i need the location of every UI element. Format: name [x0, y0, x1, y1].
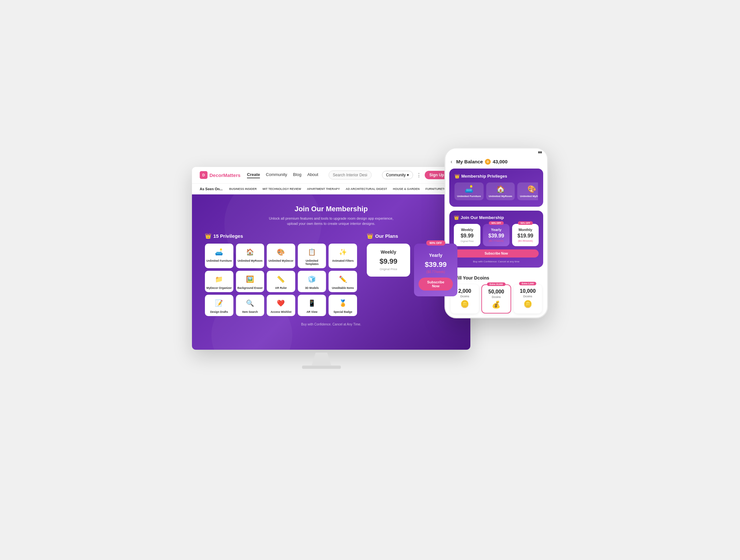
phone-subscribe-button[interactable]: Subscribe Now	[454, 249, 539, 257]
privilege-item: 📁 MyDecor Organizer	[205, 271, 234, 292]
refill-section: Refill Your Dcoins 2,000 Dcoins 🪙 Extra …	[445, 271, 547, 317]
weekly-plan-card: Weekly $9.99 Original Price	[367, 244, 410, 276]
refill-icon-2: 🪙	[516, 300, 539, 308]
search-container	[329, 171, 372, 180]
phone-weekly-sub: Orginal Price	[456, 240, 478, 242]
nav-link-blog[interactable]: Blog	[293, 172, 301, 178]
privilege-icon-5: 📁	[213, 273, 225, 285]
refill-card-50000: Extra 10,000 50,000 Dcoins 💰	[481, 285, 511, 314]
crown-icon: 👑	[205, 233, 211, 239]
privilege-label-14: Special Badge	[334, 310, 352, 314]
privilege-label-1: Unlimited MyRoom	[238, 259, 263, 262]
phone-weekly-price: $9.99	[456, 233, 478, 239]
phone-priv-item-0: 🛋️ Unlimited Furniture	[455, 183, 484, 201]
brand-logos: BUSINESS INSIDER MIT Technology Review a…	[229, 187, 463, 191]
yearly-badge: 90% OFF	[426, 240, 445, 245]
privilege-grid: 🛋️ Unlimited Furniture 🏠 Unlimited MyRoo…	[205, 244, 357, 316]
plans-column: 👑 Our Plans Weekly $9.99 Original Price …	[367, 233, 457, 316]
plans-crown-icon: 👑	[367, 233, 373, 239]
chevron-down-icon: ▾	[407, 173, 409, 177]
privilege-item: 🧊 3D Models	[298, 271, 326, 292]
privilege-icon-3: 📋	[306, 246, 318, 258]
phone-monthly-badge: 50% OFF	[518, 221, 533, 225]
privilege-icon-0: 🛋️	[213, 246, 225, 258]
privileges-title: 👑 15 Privileges	[205, 233, 357, 239]
privilege-label-13: AR View	[306, 310, 317, 314]
brand-house-garden: HOUSE & GARDEN	[393, 187, 420, 191]
nav-link-about[interactable]: About	[307, 172, 318, 178]
phone-join-section: 👑 Join Our Membership Weekly $9.99 Orgin…	[449, 211, 543, 267]
phone-yearly-price: $39.99	[485, 233, 507, 239]
dcoin-icon: D	[485, 159, 491, 165]
privilege-label-4: Animated Filters	[332, 259, 354, 262]
privileges-title-text: 15 Privileges	[213, 233, 243, 239]
search-input[interactable]	[329, 171, 372, 180]
phone-join-crown-icon: 👑	[454, 215, 459, 220]
privilege-icon-7: 📏	[275, 273, 287, 285]
phone-priv-label-0: Unlimited Furniture	[457, 195, 481, 198]
weekly-plan-price: $9.99	[371, 257, 405, 265]
privilege-item: 📏 AR Ruler	[267, 271, 295, 292]
refill-badge-2: Extra 1,000	[519, 282, 536, 285]
plans-title: 👑 Our Plans	[367, 233, 457, 239]
phone-weekly-name: Weekly	[456, 228, 478, 232]
privilege-icon-14: 🏅	[337, 297, 349, 309]
privilege-icon-9: ✏️	[337, 273, 349, 285]
privilege-item: 🖼️ Background Eraser	[236, 271, 265, 292]
scene: D DecorMatters Create Community Blog Abo…	[192, 147, 548, 413]
privilege-icon-12: ❤️	[275, 297, 287, 309]
phone-plans-list: Weekly $9.99 Orginal Price 90% OFF Yearl…	[454, 224, 539, 246]
privilege-label-11: Item Search	[242, 310, 258, 314]
refill-label-2: Dcoins	[516, 295, 539, 298]
weekly-plan-sub: Original Price	[371, 267, 405, 271]
logo[interactable]: D DecorMatters	[200, 171, 241, 179]
phone-join-title: 👑 Join Our Membership	[454, 215, 539, 220]
yearly-plan-week: ($0.77/week)	[419, 270, 453, 274]
balance-title-text: My Balance	[456, 159, 483, 164]
refill-cards-list: 2,000 Dcoins 🪙 Extra 10,000 50,000 Dcoin…	[451, 285, 542, 314]
more-icon[interactable]: ⋮	[416, 172, 422, 178]
phone-yearly-plan: 90% OFF Yearly $39.99 ($0.77/week)	[483, 224, 510, 246]
brand-business-insider: BUSINESS INSIDER	[229, 187, 257, 191]
privilege-label-12: Access Wishlist	[271, 310, 292, 314]
refill-card-10000: Extra 1,000 10,000 Dcoins 🪙	[514, 285, 542, 314]
privilege-label-5: MyDecor Organizer	[206, 286, 232, 290]
privilege-label-2: Unlimited MyDecor	[268, 259, 293, 262]
community-btn-label: Community	[386, 173, 406, 177]
back-button[interactable]: ‹	[451, 159, 452, 165]
community-dropdown-btn[interactable]: Community ▾	[382, 171, 413, 179]
nav-link-community[interactable]: Community	[266, 172, 287, 178]
subscribe-button[interactable]: Subscribe Now	[419, 277, 453, 291]
phone-priv-label-1: Unlimited MyRoom	[489, 195, 512, 198]
phone-priv-icon-0: 🛋️	[457, 185, 481, 194]
phone-priv-icon-2: 🎨	[520, 185, 538, 194]
phone-scroll-area[interactable]: 👑 Membership Privileges 🛋️ Unlimited Fur…	[445, 169, 547, 318]
phone-weekly-plan: Weekly $9.99 Orginal Price	[454, 224, 480, 246]
phone-header: ‹ My Balance D 43,000	[445, 156, 547, 169]
privilege-icon-1: 🏠	[244, 246, 256, 258]
phone-yearly-week: ($0.77/week)	[485, 239, 507, 242]
privilege-icon-6: 🖼️	[244, 273, 256, 285]
refill-icon-1: 💰	[485, 301, 507, 309]
brand-mit: MIT Technology Review	[263, 187, 301, 191]
phone-join-title-text: Join Our Membership	[461, 215, 504, 220]
privilege-item: 🛋️ Unlimited Furniture	[205, 244, 234, 268]
privilege-icon-2: 🎨	[275, 246, 287, 258]
battery-icon: ▮▮▮	[538, 151, 542, 154]
nav-link-create[interactable]: Create	[247, 172, 260, 178]
refill-badge-1: Extra 10,000	[487, 283, 505, 286]
confidence-text: Buy with Confidence. Cancel at Any Time.	[205, 323, 457, 326]
refill-amount-2: 10,000	[516, 288, 539, 294]
balance-amount: 43,000	[493, 159, 507, 164]
phone-monthly-name: Monthly	[515, 228, 536, 232]
monitor-stand	[302, 353, 341, 369]
balance-title: My Balance D 43,000	[456, 159, 542, 165]
privilege-item: ✏️ Uneditable Items	[329, 271, 357, 292]
two-column-layout: 👑 15 Privileges 🛋️ Unlimited Furniture 🏠…	[205, 233, 457, 316]
phone-membership-section: 👑 Membership Privileges 🛋️ Unlimited Fur…	[449, 169, 543, 207]
privileges-column: 👑 15 Privileges 🛋️ Unlimited Furniture 🏠…	[205, 233, 357, 316]
phone-membership-title: 👑 Membership Privileges	[455, 174, 538, 179]
phone-mockup: ▮▮▮ ‹ My Balance D 43,000 👑 Membership P…	[445, 147, 548, 319]
privilege-item: ❤️ Access Wishlist	[267, 295, 295, 316]
phone-priv-item-2: 🎨 Unlimited MyDecor	[517, 183, 538, 201]
